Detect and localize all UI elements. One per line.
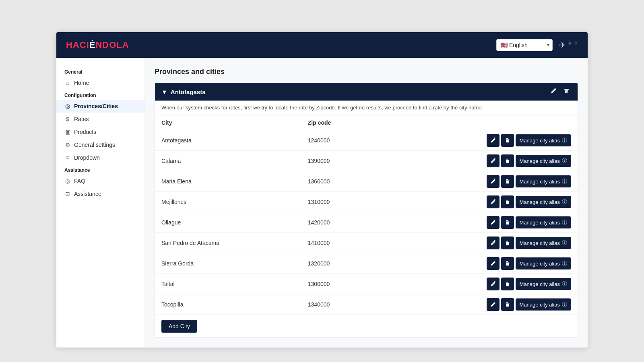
sidebar-item-faq[interactable]: ◎ FAQ	[56, 175, 144, 187]
edit-city-button[interactable]	[487, 134, 500, 147]
manage-city-alias-button[interactable]: Manage city alias ⓘ	[516, 216, 571, 228]
language-selector-wrap[interactable]: 🇺🇸 English 🇪🇸 Español 🇫🇷 Français ▾	[496, 39, 553, 51]
city-name: Tocopilla	[155, 294, 301, 315]
city-zip: 1310000	[301, 192, 376, 212]
paper-planes-decoration: ✈ ✈ ✈	[559, 40, 578, 50]
province-actions	[549, 87, 571, 97]
row-actions: Manage city alias ⓘ	[382, 237, 571, 249]
language-select[interactable]: 🇺🇸 English 🇪🇸 Español 🇫🇷 Français	[496, 39, 553, 51]
edit-province-button[interactable]	[549, 87, 558, 97]
edit-city-button[interactable]	[487, 195, 500, 208]
city-zip: 1360000	[301, 171, 376, 192]
sidebar-item-home[interactable]: ⌂ Home	[56, 76, 144, 89]
info-icon: ⓘ	[562, 178, 567, 185]
manage-city-alias-button[interactable]: Manage city alias ⓘ	[516, 175, 571, 187]
info-icon: ⓘ	[562, 301, 567, 308]
table-row: San Pedro de Atacama 1410000 Manage city…	[155, 233, 578, 253]
province-name: Antofagasta	[171, 88, 206, 95]
delete-city-button[interactable]	[501, 278, 514, 290]
city-zip: 1390000	[301, 151, 376, 171]
plane-icon-1: ✈	[559, 40, 566, 50]
manage-city-alias-button[interactable]: Manage city alias ⓘ	[516, 278, 571, 290]
table-row: Tocopilla 1340000 Manage city alias ⓘ	[155, 294, 578, 315]
question-icon: ◎	[64, 178, 71, 184]
manage-alias-label: Manage city alias	[520, 302, 560, 308]
collapse-chevron-icon[interactable]: ▼	[161, 88, 167, 95]
box-icon: ▣	[64, 129, 71, 135]
logo: HACIÉNDOLA	[66, 40, 129, 50]
manage-alias-label: Manage city alias	[520, 158, 560, 164]
delete-city-button[interactable]	[501, 154, 514, 167]
row-actions: Manage city alias ⓘ	[382, 298, 571, 311]
row-actions: Manage city alias ⓘ	[382, 216, 571, 229]
manage-alias-label: Manage city alias	[520, 179, 560, 185]
row-actions: Manage city alias ⓘ	[382, 154, 571, 167]
home-label: Home	[74, 80, 89, 86]
delete-city-button[interactable]	[501, 257, 514, 270]
general-section-label: General	[56, 66, 144, 76]
plane-icon-3: ✈	[574, 40, 578, 50]
row-actions: Manage city alias ⓘ	[382, 195, 571, 208]
edit-city-button[interactable]	[487, 298, 500, 311]
manage-city-alias-button[interactable]: Manage city alias ⓘ	[516, 257, 571, 269]
province-header: ▼ Antofagasta	[155, 83, 578, 101]
header: HACIÉNDOLA 🇺🇸 English 🇪🇸 Español 🇫🇷 Fran…	[56, 32, 588, 58]
col-zip-header: Zip code	[301, 115, 376, 130]
sidebar-item-general-settings[interactable]: ⚙ General settings	[56, 138, 144, 151]
sidebar-item-products[interactable]: ▣ Products	[56, 125, 144, 138]
manage-alias-label: Manage city alias	[520, 240, 560, 246]
edit-city-button[interactable]	[487, 257, 500, 270]
home-icon: ⌂	[64, 80, 71, 86]
general-settings-label: General settings	[74, 142, 115, 148]
table-row: Taltal 1300000 Manage city alias ⓘ	[155, 274, 578, 294]
sidebar-item-dropdown[interactable]: ≡ Dropdown	[56, 151, 144, 164]
edit-city-button[interactable]	[487, 216, 500, 229]
table-row: Sierra Gorda 1320000 Manage city alias ⓘ	[155, 253, 578, 274]
row-actions: Manage city alias ⓘ	[382, 175, 571, 188]
city-name: San Pedro de Atacama	[155, 233, 301, 253]
dropdown-label: Dropdown	[74, 154, 100, 161]
edit-city-button[interactable]	[487, 154, 500, 167]
city-name: Ollague	[155, 212, 301, 233]
delete-city-button[interactable]	[501, 195, 514, 208]
manage-city-alias-button[interactable]: Manage city alias ⓘ	[516, 196, 571, 208]
edit-city-button[interactable]	[487, 278, 500, 290]
cities-table: City Zip code Antofagasta 1240000	[155, 115, 578, 315]
info-icon: ⓘ	[562, 239, 567, 247]
faq-label: FAQ	[74, 178, 85, 184]
manage-alias-label: Manage city alias	[520, 261, 560, 267]
manage-city-alias-button[interactable]: Manage city alias ⓘ	[516, 134, 571, 146]
col-actions-header	[376, 115, 578, 130]
row-actions: Manage city alias ⓘ	[382, 257, 571, 270]
add-city-button[interactable]: Add City	[161, 320, 197, 333]
row-actions: Manage city alias ⓘ	[382, 278, 571, 290]
main-content: Provinces and cities ▼ Antofagasta	[145, 58, 588, 348]
delete-city-button[interactable]	[501, 134, 514, 147]
rates-label: Rates	[74, 116, 89, 122]
dollar-icon: $	[64, 116, 71, 122]
assistance-label: Assistance	[74, 191, 101, 197]
edit-city-button[interactable]	[487, 237, 500, 249]
delete-city-button[interactable]	[501, 175, 514, 188]
edit-city-button[interactable]	[487, 175, 500, 188]
city-name: Mejillones	[155, 192, 301, 212]
info-icon: ⓘ	[562, 219, 567, 226]
delete-city-button[interactable]	[501, 298, 514, 311]
list-icon: ≡	[64, 154, 71, 161]
layout: General ⌂ Home Configuration ◎ Provinces…	[56, 58, 588, 348]
delete-city-button[interactable]	[501, 237, 514, 249]
row-actions: Manage city alias ⓘ	[382, 134, 571, 147]
sidebar-item-rates[interactable]: $ Rates	[56, 113, 144, 125]
city-name: Maria Elena	[155, 171, 301, 192]
manage-city-alias-button[interactable]: Manage city alias ⓘ	[516, 298, 571, 311]
city-zip: 1410000	[301, 233, 376, 253]
gear-icon: ⚙	[64, 142, 71, 148]
delete-province-button[interactable]	[561, 87, 571, 97]
sidebar-item-assistance[interactable]: ⊡ Assistance	[56, 187, 144, 200]
delete-city-button[interactable]	[501, 216, 514, 229]
table-row: Antofagasta 1240000 Manage city alias ⓘ	[155, 130, 578, 151]
manage-city-alias-button[interactable]: Manage city alias ⓘ	[516, 237, 571, 249]
manage-city-alias-button[interactable]: Manage city alias ⓘ	[516, 155, 571, 167]
sidebar-item-provinces[interactable]: ◎ Provinces/Cities	[56, 100, 144, 113]
products-label: Products	[74, 129, 96, 135]
